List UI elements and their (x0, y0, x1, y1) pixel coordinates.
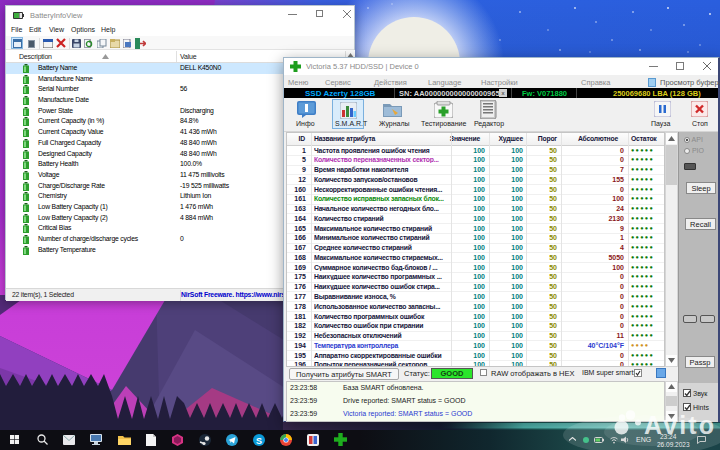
svg-text:S: S (256, 436, 262, 446)
